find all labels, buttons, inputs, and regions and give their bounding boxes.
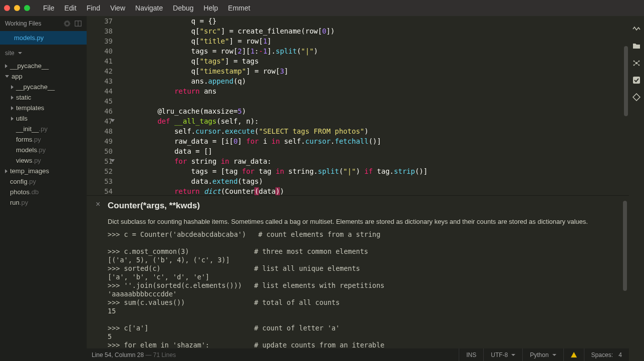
disclosure-arrow-icon [11, 117, 14, 121]
file-views[interactable]: views.py [0, 155, 87, 166]
line-number[interactable]: 46 [87, 106, 113, 116]
statusbar: Line 54, Column 28 — 71 Lines INS UTF-8 … [87, 348, 629, 361]
line-number[interactable]: 53 [87, 176, 113, 186]
disclosure-arrow-icon [11, 106, 14, 110]
doc-scrollbar[interactable] [623, 201, 627, 291]
menu-emmet[interactable]: Emmet [223, 2, 255, 14]
file-photos[interactable]: photos.db [0, 187, 87, 197]
line-number[interactable]: 45 [87, 96, 113, 106]
menu-navigate[interactable]: Navigate [130, 2, 168, 14]
diamond-icon[interactable] [632, 93, 640, 101]
file-run[interactable]: run.py [0, 197, 87, 208]
line-number[interactable]: 54 [87, 186, 113, 195]
menu-debug[interactable]: Debug [168, 2, 198, 14]
split-icon[interactable] [75, 20, 82, 27]
project-root[interactable]: site [0, 45, 87, 60]
line-number[interactable]: 38 [87, 26, 113, 36]
line-number[interactable]: 50 [87, 146, 113, 156]
file-__init__[interactable]: __init__.py [0, 124, 87, 134]
disclosure-arrow-icon [11, 85, 14, 89]
folder-icon[interactable] [632, 42, 640, 50]
close-icon[interactable]: × [96, 200, 100, 209]
code-area[interactable]: 373839404142434445464748495051525354 q =… [87, 16, 629, 195]
line-number[interactable]: 44 [87, 86, 113, 96]
fold-arrow-icon[interactable] [111, 159, 115, 162]
folder-__pycache__[interactable]: __pycache__ [0, 82, 87, 92]
lint-warnings[interactable] [563, 348, 584, 361]
gear-icon[interactable] [64, 20, 71, 27]
disclosure-arrow-icon [5, 64, 8, 68]
close-window-button[interactable] [4, 5, 10, 11]
minimize-window-button[interactable] [14, 5, 20, 11]
fold-arrow-icon[interactable] [111, 119, 115, 122]
svg-line-10 [636, 63, 639, 65]
folder-__pycache__[interactable]: __pycache__ [0, 61, 87, 71]
disclosure-arrow-icon [5, 169, 8, 173]
warning-icon [571, 352, 577, 357]
insert-mode[interactable]: INS [459, 348, 483, 361]
history-icon[interactable] [632, 25, 640, 33]
line-number[interactable]: 37 [87, 16, 113, 26]
line-number[interactable]: 51 [87, 156, 113, 166]
window-controls [4, 5, 30, 11]
encoding-selector[interactable]: UTF-8 [483, 348, 522, 361]
editor: 373839404142434445464748495051525354 q =… [87, 16, 629, 361]
check-icon[interactable] [632, 76, 640, 84]
menu-file[interactable]: File [38, 2, 60, 14]
line-number[interactable]: 40 [87, 46, 113, 56]
file-forms[interactable]: forms.py [0, 134, 87, 145]
folder-temp_images[interactable]: temp_images [0, 166, 87, 176]
working-files-header: Working Files [0, 16, 87, 31]
cursor-position[interactable]: Line 54, Column 28 — 71 Lines [87, 351, 176, 358]
menubar: FileEditFindViewNavigateDebugHelpEmmet [0, 0, 644, 16]
line-number[interactable]: 41 [87, 56, 113, 66]
documentation-panel: × Counter(*args, **kwds) Dict subclass f… [87, 195, 629, 348]
doc-description: Dict subclass for counting hashable item… [108, 218, 619, 225]
chevron-down-icon [511, 354, 515, 356]
working-files-label: Working Files [5, 20, 41, 27]
line-number[interactable]: 39 [87, 36, 113, 46]
language-selector[interactable]: Python [522, 348, 563, 361]
line-number[interactable]: 43 [87, 76, 113, 86]
svg-line-8 [636, 61, 639, 63]
doc-title: Counter(*args, **kwds) [108, 201, 619, 211]
editor-scrollbar[interactable] [624, 16, 629, 193]
menu-view[interactable]: View [105, 2, 130, 14]
menu-help[interactable]: Help [199, 2, 223, 14]
svg-rect-11 [633, 77, 640, 84]
disclosure-arrow-icon [5, 75, 9, 78]
file-models[interactable]: models.py [0, 145, 87, 155]
line-number[interactable]: 49 [87, 136, 113, 146]
maximize-window-button[interactable] [24, 5, 30, 11]
menu-find[interactable]: Find [82, 2, 105, 14]
menu-edit[interactable]: Edit [60, 2, 82, 14]
svg-line-9 [634, 63, 636, 65]
file-config[interactable]: config.py [0, 176, 87, 187]
folder-app[interactable]: app [0, 71, 87, 82]
sidebar: Working Files models.py site __pycache__… [0, 16, 87, 361]
folder-utils[interactable]: utils [0, 113, 87, 124]
working-file-item[interactable]: models.py [0, 31, 87, 45]
chevron-down-icon [18, 52, 22, 54]
svg-line-7 [634, 61, 636, 63]
disclosure-arrow-icon [11, 96, 14, 100]
indentation-selector[interactable]: Spaces: 4 [584, 348, 629, 361]
gutter: 373839404142434445464748495051525354 [87, 16, 122, 195]
folder-static[interactable]: static [0, 92, 87, 103]
line-number[interactable]: 47 [87, 116, 113, 126]
code-content[interactable]: q = {} q["src"] = create_filename(row[0]… [122, 16, 629, 195]
folder-templates[interactable]: templates [0, 103, 87, 113]
extensions-icon[interactable] [632, 59, 640, 67]
line-number[interactable]: 42 [87, 66, 113, 76]
right-icon-strip [629, 16, 644, 361]
doc-code: >>> c = Counter('abcdeabcdabcaba') # cou… [108, 230, 619, 349]
chevron-down-icon [552, 354, 556, 356]
line-number[interactable]: 52 [87, 166, 113, 176]
line-number[interactable]: 48 [87, 126, 113, 136]
